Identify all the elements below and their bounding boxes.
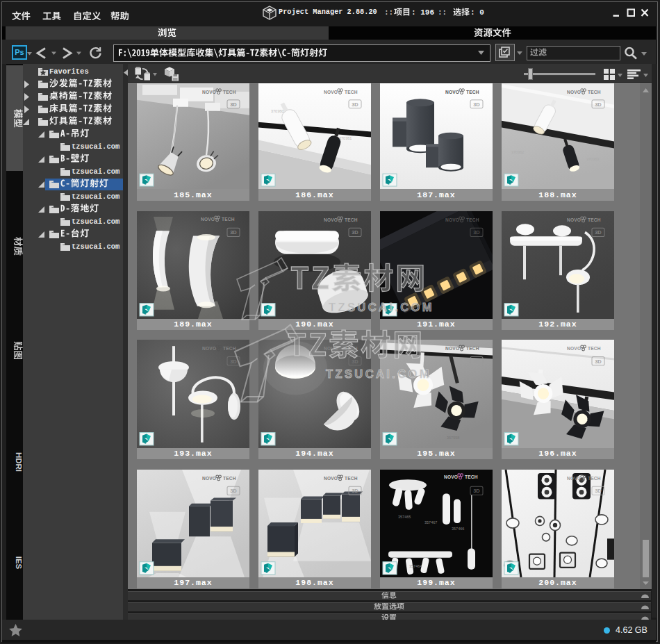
svg-text:3D: 3D [352, 488, 358, 494]
svg-text:NOVO: NOVO [445, 346, 459, 351]
svg-text:TECH: TECH [588, 476, 601, 481]
svg-text:NOVO: NOVO [567, 90, 581, 94]
svg-text:NOVO: NOVO [567, 476, 581, 481]
svg-text:TECH: TECH [345, 217, 358, 222]
svg-text:TECH: TECH [345, 476, 358, 481]
svg-text:TECH: TECH [466, 217, 479, 222]
svg-text:TECH: TECH [588, 90, 601, 94]
svg-text:3D: 3D [230, 488, 237, 494]
svg-text:NOVO: NOVO [202, 476, 216, 481]
svg-text:NOVO: NOVO [202, 90, 216, 94]
svg-text:TECH: TECH [223, 90, 236, 94]
svg-text:3D: 3D [473, 229, 480, 236]
svg-text:HDRI: HDRI [15, 452, 23, 472]
svg-text:3D: 3D [473, 488, 480, 494]
svg-text:3D: 3D [352, 229, 358, 236]
svg-text:NOVO: NOVO [324, 90, 338, 94]
svg-text:3D: 3D [595, 358, 602, 365]
svg-text:357558: 357558 [447, 436, 459, 440]
svg-text:NOVO: NOVO [567, 217, 581, 222]
svg-text:NOVO: NOVO [567, 346, 581, 351]
svg-text:3D: 3D [230, 229, 237, 236]
svg-text:NOVO: NOVO [324, 217, 338, 222]
svg-text:370361: 370361 [339, 136, 352, 140]
svg-text:370363: 370363 [586, 157, 599, 161]
svg-text:IES: IES [15, 556, 23, 570]
svg-text:TECH: TECH [465, 474, 478, 479]
svg-text:370362: 370362 [511, 150, 524, 154]
svg-text:3D: 3D [595, 229, 602, 236]
svg-text:NOVO: NOVO [324, 476, 338, 481]
svg-text:3D: 3D [473, 101, 480, 108]
svg-text:TECH: TECH [223, 476, 236, 481]
svg-text:357464: 357464 [409, 564, 422, 568]
svg-text:NOVO: NOVO [202, 346, 216, 351]
svg-text:TECH: TECH [222, 217, 235, 222]
svg-text:NOVO: NOVO [444, 474, 458, 479]
svg-text:357467: 357467 [424, 520, 437, 525]
svg-text:3D: 3D [595, 101, 602, 108]
svg-text:NOVO: NOVO [201, 217, 215, 222]
svg-text:3D: 3D [595, 488, 602, 494]
svg-text:357465: 357465 [398, 515, 411, 519]
svg-text:TECH: TECH [466, 90, 479, 94]
svg-text:3D: 3D [230, 101, 237, 108]
svg-text:TECH: TECH [588, 346, 601, 351]
svg-text:3D: 3D [352, 101, 358, 108]
svg-text:370360: 370360 [271, 109, 283, 113]
svg-text:NOVO: NOVO [445, 217, 459, 222]
svg-text:NOVO: NOVO [445, 90, 459, 94]
svg-text:3D: 3D [473, 358, 480, 365]
svg-text:TECH: TECH [345, 90, 358, 94]
svg-text:TECH: TECH [588, 217, 601, 222]
svg-text:TECH: TECH [466, 346, 479, 351]
svg-text:357466: 357466 [452, 527, 464, 531]
